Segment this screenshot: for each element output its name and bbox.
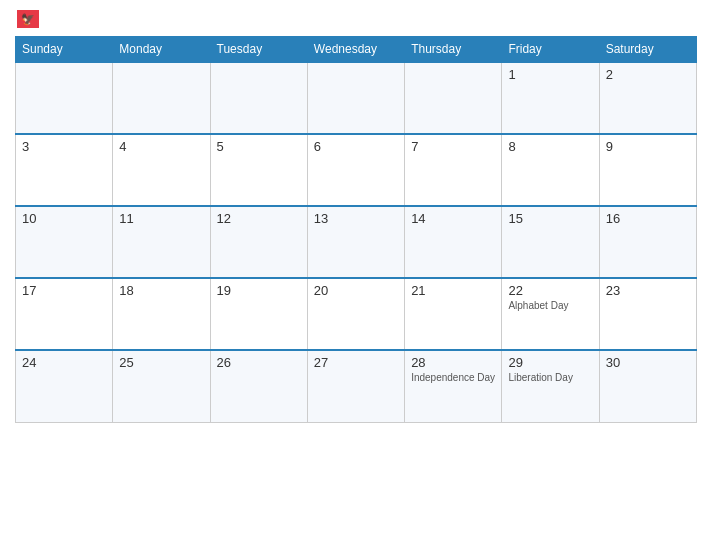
day-number: 1 (508, 67, 592, 82)
weekday-header-wednesday: Wednesday (307, 37, 404, 63)
day-cell: 16 (599, 206, 696, 278)
day-cell: 18 (113, 278, 210, 350)
day-cell: 23 (599, 278, 696, 350)
weekday-header-tuesday: Tuesday (210, 37, 307, 63)
day-cell: 8 (502, 134, 599, 206)
day-cell (307, 62, 404, 134)
day-cell: 29Liberation Day (502, 350, 599, 422)
day-cell (405, 62, 502, 134)
day-cell: 21 (405, 278, 502, 350)
svg-text:🦅: 🦅 (21, 12, 35, 26)
day-cell: 10 (16, 206, 113, 278)
week-row-3: 10111213141516 (16, 206, 697, 278)
day-number: 23 (606, 283, 690, 298)
day-number: 12 (217, 211, 301, 226)
day-number: 17 (22, 283, 106, 298)
day-cell: 15 (502, 206, 599, 278)
day-number: 5 (217, 139, 301, 154)
day-cell: 12 (210, 206, 307, 278)
day-number: 21 (411, 283, 495, 298)
calendar-header: 🦅 (15, 10, 697, 28)
weekday-header-sunday: Sunday (16, 37, 113, 63)
day-number: 15 (508, 211, 592, 226)
day-cell: 25 (113, 350, 210, 422)
day-cell: 14 (405, 206, 502, 278)
weekday-header-saturday: Saturday (599, 37, 696, 63)
week-row-4: 171819202122Alphabet Day23 (16, 278, 697, 350)
day-cell (16, 62, 113, 134)
day-cell: 22Alphabet Day (502, 278, 599, 350)
day-cell: 19 (210, 278, 307, 350)
weekday-header-thursday: Thursday (405, 37, 502, 63)
day-number: 25 (119, 355, 203, 370)
weekday-header-row: SundayMondayTuesdayWednesdayThursdayFrid… (16, 37, 697, 63)
logo-flag-icon: 🦅 (17, 10, 39, 28)
day-number: 22 (508, 283, 592, 298)
day-number: 27 (314, 355, 398, 370)
day-event: Independence Day (411, 372, 495, 383)
day-number: 20 (314, 283, 398, 298)
day-cell: 2 (599, 62, 696, 134)
day-number: 11 (119, 211, 203, 226)
day-number: 24 (22, 355, 106, 370)
week-row-1: 12 (16, 62, 697, 134)
day-number: 19 (217, 283, 301, 298)
day-cell: 28Independence Day (405, 350, 502, 422)
day-cell: 9 (599, 134, 696, 206)
day-cell: 24 (16, 350, 113, 422)
calendar-wrapper: 🦅 SundayMondayTuesdayWednesdayThursdayFr… (0, 0, 712, 550)
weekday-header-friday: Friday (502, 37, 599, 63)
day-number: 8 (508, 139, 592, 154)
day-number: 14 (411, 211, 495, 226)
logo: 🦅 (15, 10, 41, 28)
day-cell: 3 (16, 134, 113, 206)
day-number: 3 (22, 139, 106, 154)
day-event: Liberation Day (508, 372, 592, 383)
day-number: 13 (314, 211, 398, 226)
day-number: 18 (119, 283, 203, 298)
day-cell: 7 (405, 134, 502, 206)
calendar-table: SundayMondayTuesdayWednesdayThursdayFrid… (15, 36, 697, 423)
day-number: 30 (606, 355, 690, 370)
day-cell: 11 (113, 206, 210, 278)
day-cell: 13 (307, 206, 404, 278)
day-cell: 30 (599, 350, 696, 422)
day-cell: 5 (210, 134, 307, 206)
day-number: 16 (606, 211, 690, 226)
day-cell (113, 62, 210, 134)
day-number: 4 (119, 139, 203, 154)
day-number: 28 (411, 355, 495, 370)
day-number: 6 (314, 139, 398, 154)
weekday-header-monday: Monday (113, 37, 210, 63)
day-number: 9 (606, 139, 690, 154)
day-cell: 17 (16, 278, 113, 350)
day-event: Alphabet Day (508, 300, 592, 311)
week-row-5: 2425262728Independence Day29Liberation D… (16, 350, 697, 422)
week-row-2: 3456789 (16, 134, 697, 206)
day-number: 2 (606, 67, 690, 82)
day-number: 29 (508, 355, 592, 370)
day-cell: 6 (307, 134, 404, 206)
day-cell: 27 (307, 350, 404, 422)
day-cell (210, 62, 307, 134)
day-number: 7 (411, 139, 495, 154)
day-cell: 4 (113, 134, 210, 206)
day-number: 10 (22, 211, 106, 226)
day-number: 26 (217, 355, 301, 370)
day-cell: 1 (502, 62, 599, 134)
day-cell: 26 (210, 350, 307, 422)
day-cell: 20 (307, 278, 404, 350)
